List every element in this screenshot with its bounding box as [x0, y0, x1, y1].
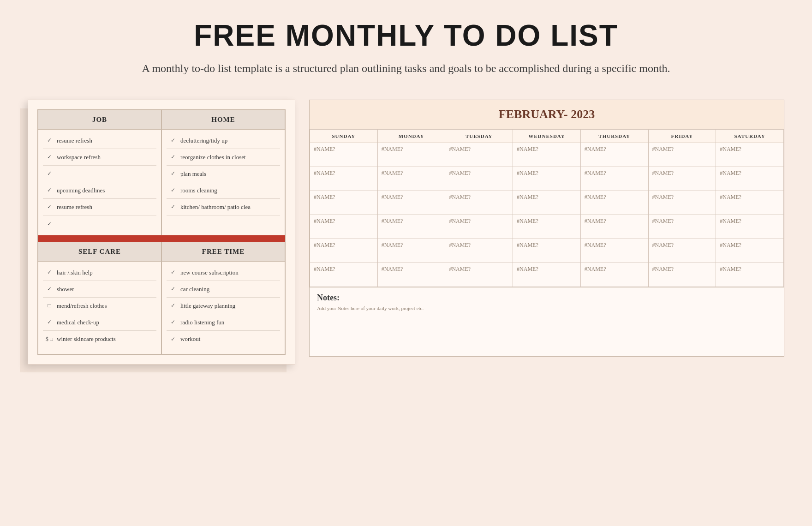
calendar-panel: FEBRUARY- 2023 SUNDAY MONDAY TUESDAY WED…: [309, 100, 784, 357]
item-text: upcoming deadlines: [57, 187, 155, 194]
calendar-table: SUNDAY MONDAY TUESDAY WEDNESDAY THURSDAY…: [310, 129, 784, 287]
calendar-cell: #NAME?: [716, 239, 784, 263]
page-header: FREE MONTHLY TO DO LIST A monthly to-do …: [0, 0, 812, 86]
list-item: ✓ little gateway planning: [167, 298, 280, 314]
calendar-cell: #NAME?: [648, 167, 716, 191]
check-icon: ✓: [168, 336, 178, 343]
section-header-freetime: FREE TIME: [162, 242, 285, 262]
day-header-saturday: SATURDAY: [716, 130, 784, 143]
item-text: little gateway planning: [180, 302, 278, 310]
calendar-cell: #NAME?: [445, 215, 513, 239]
list-item: ✓ hair /.skin help: [43, 264, 156, 281]
check-icon: ✓: [168, 203, 178, 210]
calendar-week-row: #NAME?#NAME?#NAME?#NAME?#NAME?#NAME?#NAM…: [310, 239, 784, 263]
calendar-week-row: #NAME?#NAME?#NAME?#NAME?#NAME?#NAME?#NAM…: [310, 191, 784, 215]
check-icon: ✓: [168, 286, 178, 293]
list-item: ✓ resume refresh: [43, 199, 156, 215]
calendar-cell: #NAME?: [377, 191, 445, 215]
calendar-cell: #NAME?: [445, 239, 513, 263]
calendar-cell: #NAME?: [445, 143, 513, 167]
check-icon: ✓: [45, 137, 54, 144]
check-icon: ✓: [45, 286, 54, 293]
check-icon: ✓: [168, 187, 178, 194]
item-text: resume refresh: [57, 137, 155, 144]
list-item: ✓ resume refresh: [43, 132, 156, 149]
todo-section-freetime: FREE TIME ✓ new course subscription ✓ ca…: [161, 242, 285, 354]
list-item: ✓ plan meals: [167, 166, 280, 182]
list-item: ✓ radio listening fun: [167, 314, 280, 331]
calendar-cell: #NAME?: [377, 239, 445, 263]
calendar-cell: #NAME?: [377, 263, 445, 287]
calendar-cell: #NAME?: [445, 263, 513, 287]
item-text: mend/refresh clothes: [57, 302, 155, 310]
list-item: ✓: [43, 166, 156, 182]
section-header-home: HOME: [162, 110, 285, 130]
calendar-cell: #NAME?: [580, 167, 648, 191]
calendar-cell: #NAME?: [580, 215, 648, 239]
check-icon: ✓: [45, 221, 54, 227]
item-text: reorganize clothes in closet: [180, 154, 278, 161]
calendar-cell: #NAME?: [648, 191, 716, 215]
list-item: $ □ winter skincare products: [43, 331, 156, 347]
calendar-cell: #NAME?: [310, 215, 378, 239]
calendar-cell: #NAME?: [648, 143, 716, 167]
todo-panel: JOB ✓ resume refresh ✓ workspace refresh…: [28, 100, 295, 365]
calendar-cell: #NAME?: [648, 239, 716, 263]
item-text: shower: [57, 286, 155, 293]
todo-items-job: ✓ resume refresh ✓ workspace refresh ✓ ✓…: [38, 130, 161, 235]
item-text: kitchen/ bathroom/ patio clea: [180, 203, 278, 211]
calendar-cell: #NAME?: [513, 215, 581, 239]
calendar-cell: #NAME?: [377, 215, 445, 239]
todo-items-selfcare: ✓ hair /.skin help ✓ shower □ mend/refre…: [38, 262, 161, 354]
check-icon: ✓: [45, 319, 54, 326]
list-item: ✓ reorganize clothes in closet: [167, 149, 280, 166]
item-text: medical check-up: [57, 319, 155, 326]
calendar-cell: #NAME?: [648, 263, 716, 287]
calendar-week-row: #NAME?#NAME?#NAME?#NAME?#NAME?#NAME?#NAM…: [310, 167, 784, 191]
square-icon: □: [45, 302, 54, 309]
page-subtitle: A monthly to-do list template is a struc…: [9, 60, 803, 77]
list-item: ✓ kitchen/ bathroom/ patio clea: [167, 199, 280, 215]
calendar-cell: #NAME?: [580, 191, 648, 215]
page-title: FREE MONTHLY TO DO LIST: [9, 18, 803, 53]
check-icon: ✓: [168, 137, 178, 144]
check-icon: ✓: [45, 154, 54, 161]
day-header-sunday: SUNDAY: [310, 130, 378, 143]
calendar-cell: #NAME?: [310, 239, 378, 263]
list-item: ✓ new course subscription: [167, 264, 280, 281]
item-text: new course subscription: [180, 269, 278, 276]
calendar-cell: #NAME?: [377, 143, 445, 167]
calendar-cell: #NAME?: [716, 191, 784, 215]
day-header-friday: FRIDAY: [648, 130, 716, 143]
check-icon: ✓: [168, 302, 178, 309]
calendar-cell: #NAME?: [513, 143, 581, 167]
day-header-tuesday: TUESDAY: [445, 130, 513, 143]
calendar-cell: #NAME?: [377, 167, 445, 191]
item-text: workout: [180, 335, 278, 343]
content-area: JOB ✓ resume refresh ✓ workspace refresh…: [0, 86, 812, 378]
calendar-header-row: SUNDAY MONDAY TUESDAY WEDNESDAY THURSDAY…: [310, 130, 784, 143]
check-icon: ✓: [168, 269, 178, 276]
calendar-cell: #NAME?: [716, 143, 784, 167]
list-item: □ mend/refresh clothes: [43, 298, 156, 314]
item-text: rooms cleaning: [180, 187, 278, 194]
calendar-title: FEBRUARY- 2023: [310, 100, 784, 129]
calendar-cell: #NAME?: [716, 167, 784, 191]
calendar-week-row: #NAME?#NAME?#NAME?#NAME?#NAME?#NAME?#NAM…: [310, 143, 784, 167]
list-item: ✓ shower: [43, 281, 156, 298]
calendar-cell: #NAME?: [580, 263, 648, 287]
day-header-thursday: THURSDAY: [580, 130, 648, 143]
item-text: winter skincare products: [57, 335, 155, 343]
calendar-cell: #NAME?: [513, 239, 581, 263]
list-item: ✓ medical check-up: [43, 314, 156, 331]
list-item: ✓ decluttering/tidy up: [167, 132, 280, 149]
todo-items-freetime: ✓ new course subscription ✓ car cleaning…: [162, 262, 285, 354]
calendar-cell: #NAME?: [580, 143, 648, 167]
calendar-cell: #NAME?: [513, 263, 581, 287]
check-icon: ✓: [45, 203, 54, 210]
list-item: [167, 215, 280, 232]
notes-title: Notes:: [317, 293, 776, 303]
list-item: ✓ upcoming deadlines: [43, 182, 156, 199]
item-text: plan meals: [180, 170, 278, 178]
calendar-cell: #NAME?: [310, 263, 378, 287]
